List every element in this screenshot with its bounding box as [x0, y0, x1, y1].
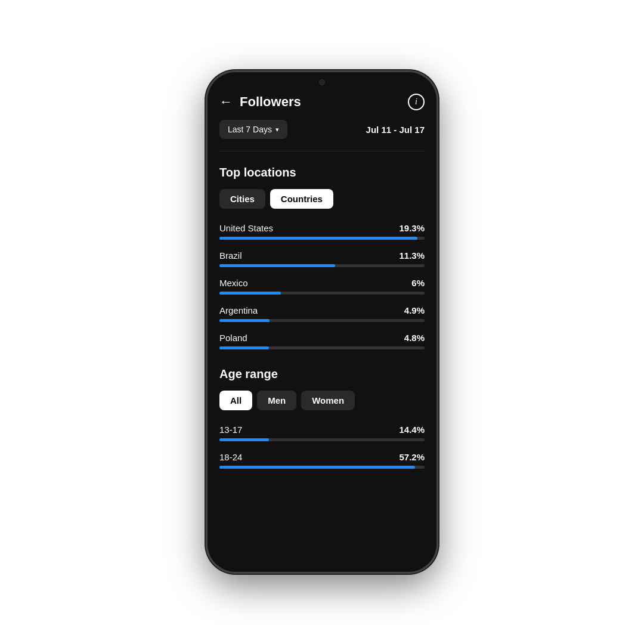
- bar-fill: [219, 264, 335, 267]
- bar-track: [219, 346, 425, 349]
- phone-inner: ← Followers i Last 7 Days ▾ Jul 11 - Jul…: [208, 72, 436, 572]
- period-label: Last 7 Days: [228, 125, 272, 134]
- bar-fill: [219, 237, 417, 240]
- bar-fill: [219, 346, 269, 349]
- location-bars: United States 19.3% Brazil 11.3% Mexico …: [219, 223, 425, 349]
- location-value: 11.3%: [399, 250, 425, 261]
- bar-track: [219, 438, 425, 441]
- header: ← Followers i: [219, 88, 425, 120]
- bar-fill: [219, 438, 269, 441]
- location-bar-row: Mexico 6%: [219, 278, 425, 295]
- location-name: Poland: [219, 333, 247, 343]
- page-title: Followers: [240, 94, 301, 110]
- location-name: Argentina: [219, 305, 258, 315]
- age-range-section: Age range All Men Women 13-17 14.4% 18-2…: [219, 367, 425, 469]
- section-divider: [219, 151, 425, 151]
- age-bar-row: 13-17 14.4%: [219, 425, 425, 441]
- bar-row-header: 18-24 57.2%: [219, 452, 425, 462]
- bar-row-header: Argentina 4.9%: [219, 305, 425, 315]
- notch-bar: [208, 72, 436, 88]
- bar-fill: [219, 292, 281, 295]
- period-dropdown[interactable]: Last 7 Days ▾: [219, 120, 287, 139]
- bar-track: [219, 264, 425, 267]
- age-bar-row: 18-24 57.2%: [219, 452, 425, 469]
- bar-row-header: 13-17 14.4%: [219, 425, 425, 435]
- bar-fill: [219, 319, 270, 322]
- age-range-value: 57.2%: [399, 452, 425, 462]
- header-left: ← Followers: [219, 94, 301, 110]
- tab-women[interactable]: Women: [301, 391, 355, 410]
- location-name: Mexico: [219, 278, 248, 288]
- tab-countries[interactable]: Countries: [270, 189, 333, 209]
- location-name: Brazil: [219, 250, 242, 261]
- top-locations-section: Top locations Cities Countries United St…: [219, 166, 425, 349]
- chevron-down-icon: ▾: [275, 126, 279, 134]
- screen-content: ← Followers i Last 7 Days ▾ Jul 11 - Jul…: [208, 88, 436, 572]
- age-range-label: 18-24: [219, 452, 242, 462]
- info-icon-button[interactable]: i: [408, 94, 425, 110]
- location-value: 4.9%: [404, 305, 425, 315]
- age-tab-group: All Men Women: [219, 391, 425, 410]
- tab-all[interactable]: All: [219, 391, 252, 410]
- age-bars: 13-17 14.4% 18-24 57.2%: [219, 425, 425, 469]
- location-value: 19.3%: [399, 223, 425, 233]
- location-value: 6%: [411, 278, 425, 288]
- top-locations-title: Top locations: [219, 166, 425, 179]
- age-range-label: 13-17: [219, 425, 242, 435]
- location-bar-row: Argentina 4.9%: [219, 305, 425, 322]
- location-value: 4.8%: [404, 333, 425, 343]
- back-button[interactable]: ←: [219, 94, 233, 110]
- bar-row-header: United States 19.3%: [219, 223, 425, 233]
- age-range-title: Age range: [219, 367, 425, 381]
- bar-track: [219, 466, 425, 469]
- camera-dot: [319, 79, 325, 85]
- tab-cities[interactable]: Cities: [219, 189, 265, 209]
- bar-row-header: Poland 4.8%: [219, 333, 425, 343]
- date-range-text: Jul 11 - Jul 17: [366, 125, 425, 135]
- location-name: United States: [219, 223, 273, 233]
- locations-tab-group: Cities Countries: [219, 189, 425, 209]
- bar-row-header: Mexico 6%: [219, 278, 425, 288]
- location-bar-row: Brazil 11.3%: [219, 250, 425, 267]
- location-bar-row: Poland 4.8%: [219, 333, 425, 349]
- phone-frame: ← Followers i Last 7 Days ▾ Jul 11 - Jul…: [206, 70, 438, 574]
- bar-track: [219, 292, 425, 295]
- age-range-value: 14.4%: [399, 425, 425, 435]
- tab-men[interactable]: Men: [257, 391, 296, 410]
- location-bar-row: United States 19.3%: [219, 223, 425, 240]
- bar-fill: [219, 466, 415, 469]
- bar-row-header: Brazil 11.3%: [219, 250, 425, 261]
- filter-row: Last 7 Days ▾ Jul 11 - Jul 17: [219, 120, 425, 139]
- bar-track: [219, 319, 425, 322]
- bar-track: [219, 237, 425, 240]
